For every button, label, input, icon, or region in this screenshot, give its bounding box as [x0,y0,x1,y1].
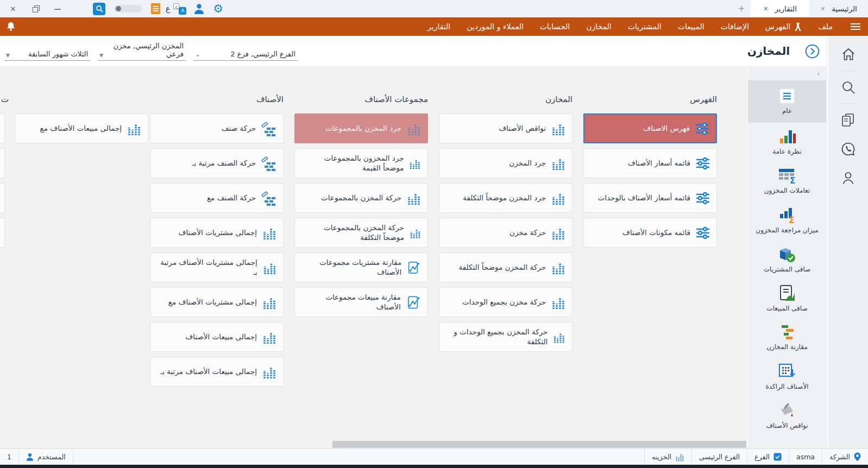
report-card-total-item-purchases-sorted-by[interactable]: إجمالى مشتريات الأصناف مرتبة بـ [150,252,284,282]
grid-arrow-icon [778,363,796,380]
sidebar-item-general[interactable]: عام [748,80,826,123]
list-view-button[interactable] [151,3,160,14]
search-icon [841,80,855,94]
report-card-warehouse-inventory[interactable]: جرد المخزن [439,148,573,178]
report-card-partial[interactable] [0,113,5,143]
report-card-warehouse-movement-all-units-cost[interactable]: حركة المخزن بجميع الوحدات و التكلفة [439,322,573,352]
sidebar-item-overview[interactable]: نظرة عامة [748,123,826,162]
report-card-partial[interactable] [0,183,5,213]
report-card-warehouse-movement-cost[interactable]: حركة المخزن موضحاً التكلفة [439,252,573,282]
translate-button[interactable]: ع A [173,3,186,15]
close-icon[interactable]: ✕ [820,5,825,12]
report-card-warehouse-movement[interactable]: حركة مخزن [439,218,573,248]
report-card-total-item-sales-sorted-by[interactable]: إجمالى مبيعات الأصناف مرتبة بـ [150,357,284,387]
report-card-total-item-purchases[interactable]: إجمالى مشتريات الأصناف [150,218,284,248]
report-card-item-movement-sorted-by[interactable]: حركة الصنف مرتبة بـ [150,148,284,178]
report-card-movement-by-groups-cost[interactable]: حركة المخزن بالمجموعات موضحاً التكلفة [294,218,428,248]
sidebar-item-stagnant-items[interactable]: الأصناف الراكدة [748,357,826,396]
page-forward-button[interactable] [805,44,820,59]
equalizer-icon [262,365,276,379]
toggle-knob [116,6,121,11]
sidebar-item-inventory-trial-balance[interactable]: Σ ميزان مراجعة المخزون [748,201,826,240]
status-company-value: asma [789,449,822,465]
sidebar-item-net-sales[interactable]: صافى المبيعات [748,279,826,318]
menu-file[interactable]: ملف [810,17,841,36]
menu-warehouses[interactable]: المخازن [578,17,620,36]
report-card-partial[interactable] [0,218,5,248]
tab-reports[interactable]: التقارير ✕ [751,0,809,17]
report-card-inventory-by-groups[interactable]: جرد المخزن بالمجموعات [294,113,428,143]
report-card-group-sales-comparison[interactable]: مقارنة مبيعات مجموعات الأصناف [294,287,428,317]
bell-icon [5,21,16,33]
report-card-items-components-list[interactable]: قائمه مكونات الأصناف [583,218,717,248]
sidebar-item-warehouse-comparison[interactable]: مقارنة المخازن [748,318,826,357]
status-branch[interactable]: الفرع [747,449,789,465]
quick-search-button[interactable] [93,3,105,15]
equalizer-icon [551,191,565,205]
sidebar-item-inventory-transactions[interactable]: Σ تعاملات المخزون [748,162,826,201]
search-panel-button[interactable] [841,80,855,94]
user-icon [194,3,204,14]
status-user[interactable]: المستخدم [19,449,73,465]
report-card-items-price-list-units[interactable]: قائمه أسعار الأصناف بالوحدات [583,183,717,213]
report-card-item-shortages[interactable]: نواقص الأصناف [439,113,573,143]
map-pin-icon [854,452,861,461]
report-card-item-movement[interactable]: حركة صنف [150,113,284,143]
tab-home[interactable]: الرئيسية ✕ [809,0,868,17]
menu-clients-suppliers[interactable]: العملاء و الموردين [458,17,532,36]
person-icon [841,171,855,185]
sidebar-item-net-purchases[interactable]: صافى المشتريات [748,240,826,279]
theme-toggle[interactable] [114,5,142,12]
bricks-icon [261,156,276,171]
horizontal-scrollbar-thumb[interactable] [332,441,746,448]
home-button[interactable] [841,48,856,61]
report-card-items-index[interactable]: فهرس الاصناف [583,113,717,143]
status-company[interactable]: الشركة [822,449,868,465]
menu-accounts[interactable]: الحسابات [532,17,578,36]
report-card-group-purchases-comparison[interactable]: مقارنة مشتريات مجموعات الأصناف [294,252,428,282]
menu-index[interactable]: الفهرس [757,17,810,36]
report-card-inventory-by-groups-value[interactable]: جرد المخزون بالمجموعات موضحاً القيمة [294,148,428,178]
menu-purchases[interactable]: المشتريات [620,17,670,36]
period-filter-dropdown[interactable]: الثلاث شهور السابقة ▼ [4,50,90,61]
report-card-total-item-sales[interactable]: إجمالى مبيعات الأصناف [150,322,284,352]
hamburger-menu-icon[interactable] [851,23,860,30]
contacts-button[interactable] [841,171,855,185]
window-close-button[interactable]: ✕ [9,5,17,13]
report-card-movement-by-groups[interactable]: حركة المخزن بالمجموعات [294,183,428,213]
equalizer-icon [551,261,565,275]
report-card-item-movement-with[interactable]: حركة الصنف مع [150,183,284,213]
notifications-button[interactable] [5,21,16,33]
report-card-total-item-sales-with[interactable]: إجمالى مبيعات الأصناف مع [15,113,148,143]
menu-addons[interactable]: الإضافات [713,17,757,36]
page-toolbar: المخازن الثلاث شهور السابقة ▼ المخزن الر… [0,36,826,66]
report-card-partial[interactable] [0,148,5,178]
sidebar-collapse-button[interactable]: › [748,66,826,80]
window-minimize-button[interactable]: — [54,5,61,13]
right-icon-strip [827,36,868,448]
close-icon[interactable]: ✕ [763,5,768,12]
report-card-items-price-list[interactable]: قائمه أسعار الأصناف [583,148,717,178]
status-treasury[interactable]: الخزينه [644,449,691,465]
menu-sales[interactable]: المبيعات [670,17,713,36]
new-tab-button[interactable]: + [732,0,751,17]
report-card-warehouse-inventory-cost[interactable]: جرد المخزن موضحاً التكلفة [439,183,573,213]
branch-filter-dropdown[interactable]: الفرع الرئيسي, فرع 2 ⌄ [193,50,298,61]
warehouse-filter-dropdown[interactable]: المخزن الرئيسي, مخزن فرعي ▼ [98,42,186,61]
status-branch-value: الفرع الرئيسى [691,449,747,465]
documents-button[interactable] [841,113,856,127]
settings-button[interactable]: ⚙ [213,3,223,15]
user-profile-button[interactable] [194,3,204,14]
sidebar-item-item-shortages[interactable]: نواقص الأصناف [748,396,826,435]
equalizer-icon [675,452,684,461]
equalizer-icon [551,226,565,240]
report-card-warehouse-movement-all-units[interactable]: حركة مخزن بجميع الوحدات [439,287,573,317]
equalizer-icon [262,295,276,309]
window-restore-button[interactable] [33,5,40,12]
copy-pages-icon [841,113,856,127]
equalizer-icon [407,122,421,136]
menu-reports[interactable]: التقارير [419,17,458,36]
report-card-total-item-purchases-with[interactable]: إجمالى مشتريات الأصناف مع [150,287,284,317]
whatsapp-button[interactable] [841,142,856,156]
page-title: المخازن [747,45,790,58]
